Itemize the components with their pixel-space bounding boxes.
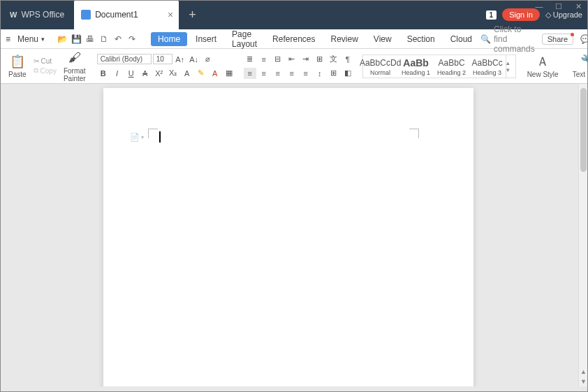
- increase-indent-button[interactable]: ⇥: [300, 54, 312, 65]
- open-icon[interactable]: 📂: [56, 33, 68, 45]
- line-spacing-button[interactable]: ↕: [314, 68, 326, 79]
- save-icon[interactable]: 💾: [70, 33, 82, 45]
- numbering-button[interactable]: ≡: [258, 54, 270, 65]
- underline-button[interactable]: U: [125, 68, 138, 79]
- margin-corner-tr: [409, 129, 419, 138]
- justify-button[interactable]: ≡: [286, 68, 298, 79]
- new-style-button[interactable]: Ａ New Style: [524, 54, 561, 78]
- shrink-font-icon[interactable]: A↓: [188, 54, 200, 65]
- ribbon: 📋 Paste ✂ Cut ⧉ Copy 🖌 Format Painter Ca…: [0, 49, 588, 84]
- decrease-indent-button[interactable]: ⇤: [286, 54, 298, 65]
- copy-button[interactable]: ⧉ Copy: [34, 66, 57, 75]
- font-size-select[interactable]: 10: [153, 54, 172, 64]
- align-left-button[interactable]: ≡: [244, 68, 256, 79]
- text-effects-button[interactable]: A: [181, 68, 193, 79]
- menu-hamburger-icon[interactable]: ≡: [6, 34, 10, 44]
- cut-button[interactable]: ✂ Cut: [34, 57, 57, 65]
- align-center-button[interactable]: ≡: [258, 68, 270, 79]
- style-normal[interactable]: AaBbCcDd Normal: [363, 55, 398, 78]
- document-tab[interactable]: Document1 ×: [74, 0, 179, 29]
- text-tools-button[interactable]: 🔧 Text Tools: [570, 54, 588, 78]
- bold-button[interactable]: B: [97, 68, 110, 79]
- window-maximize[interactable]: ☐: [549, 0, 568, 13]
- format-painter-icon: 🖌: [67, 50, 82, 66]
- share-button[interactable]: Share: [542, 34, 573, 45]
- paste-group[interactable]: 📋 Paste: [6, 54, 29, 78]
- tab-cloud[interactable]: Cloud: [443, 32, 479, 46]
- chat-icon[interactable]: 💬: [580, 34, 588, 44]
- styles-more-button[interactable]: ▴▾: [506, 55, 515, 78]
- print-preview-icon[interactable]: 🗋: [98, 33, 110, 45]
- search-icon: 🔍: [480, 34, 491, 44]
- multilevel-button[interactable]: ⊟: [272, 54, 284, 65]
- para-shading-button[interactable]: ◧: [341, 68, 354, 79]
- text-direction-button[interactable]: 文: [328, 54, 340, 65]
- highlight-button[interactable]: ✎: [195, 68, 207, 79]
- align-right-button[interactable]: ≡: [272, 68, 284, 79]
- grow-font-icon[interactable]: A↑: [174, 54, 186, 65]
- app-tab[interactable]: W WPS Office: [0, 0, 74, 29]
- menu-dropdown[interactable]: Menu ▾: [12, 33, 50, 45]
- distribute-button[interactable]: ≡: [300, 68, 312, 79]
- print-icon[interactable]: 🖶: [84, 33, 96, 45]
- show-marks-button[interactable]: ¶: [341, 54, 354, 65]
- command-search[interactable]: 🔍 Click to find commands: [480, 24, 535, 54]
- tab-insert[interactable]: Insert: [189, 32, 223, 46]
- style-heading1[interactable]: AaBb Heading 1: [399, 55, 434, 78]
- window-close[interactable]: ✕: [568, 0, 588, 13]
- paragraph-group: ≣ ≡ ⊟ ⇤ ⇥ ⊞ 文 ¶ ≡ ≡ ≡ ≡ ≡ ↕ ⊞ ◧: [244, 54, 354, 79]
- font-name-select[interactable]: Calibri (Body): [97, 54, 152, 64]
- new-tab-button[interactable]: +: [179, 0, 206, 29]
- document-icon: [81, 10, 91, 20]
- menubar: ≡ Menu ▾ 📂 💾 🖶 🗋 ↶ ↷ Home Insert Page La…: [0, 29, 588, 49]
- bullets-button[interactable]: ≣: [244, 54, 256, 65]
- tab-home[interactable]: Home: [151, 32, 187, 46]
- wps-logo-icon: W: [10, 10, 17, 19]
- italic-button[interactable]: I: [111, 68, 124, 79]
- superscript-button[interactable]: X²: [153, 68, 166, 79]
- scroll-down-icon[interactable]: ▼: [579, 377, 588, 386]
- shading-button[interactable]: ▦: [223, 68, 235, 79]
- scrollbar-thumb[interactable]: [580, 88, 587, 172]
- font-group: Calibri (Body) 10 A↑ A↓ ⌀ B I U A X² X₂ …: [97, 54, 235, 79]
- style-heading2[interactable]: AaBbC Heading 2: [434, 55, 469, 78]
- scroll-up-icon[interactable]: ▲: [579, 367, 588, 377]
- paste-icon: 📋: [10, 54, 25, 69]
- font-color-button[interactable]: A: [209, 68, 221, 79]
- app-name: WPS Office: [21, 10, 64, 20]
- clear-format-icon[interactable]: ⌀: [202, 54, 214, 65]
- vertical-scrollbar[interactable]: ▲ ▼: [578, 84, 588, 386]
- window-minimize[interactable]: —: [529, 0, 549, 13]
- tab-review[interactable]: Review: [323, 32, 365, 46]
- styles-gallery: AaBbCcDd Normal AaBb Heading 1 AaBbC Hea…: [362, 55, 516, 78]
- document-area[interactable]: 📄: [0, 84, 578, 386]
- format-painter-group[interactable]: 🖌 Format Painter: [61, 50, 89, 82]
- borders-button[interactable]: ⊞: [328, 68, 340, 79]
- document-name: Document1: [95, 10, 138, 20]
- tab-references[interactable]: References: [265, 32, 322, 46]
- tab-view[interactable]: View: [367, 32, 399, 46]
- strikethrough-button[interactable]: A: [139, 68, 152, 79]
- page[interactable]: 📄: [103, 88, 473, 386]
- new-style-icon: Ａ: [535, 54, 550, 69]
- style-heading3[interactable]: AaBbCc Heading 3: [470, 55, 505, 78]
- undo-icon[interactable]: ↶: [112, 33, 124, 45]
- text-tools-icon: 🔧: [580, 54, 588, 69]
- chevron-down-icon: ▾: [41, 36, 45, 43]
- quick-access-toolbar: 📂 💾 🖶 🗋 ↶ ↷: [56, 33, 138, 45]
- notification-badge[interactable]: 1: [486, 10, 497, 20]
- margin-corner-tl: [148, 129, 158, 138]
- tab-page-layout[interactable]: Page Layout: [225, 27, 264, 51]
- tab-section[interactable]: Section: [400, 32, 442, 46]
- tab-type-button[interactable]: ⊞: [314, 54, 326, 65]
- redo-icon[interactable]: ↷: [126, 33, 138, 45]
- close-tab-icon[interactable]: ×: [168, 9, 173, 20]
- paragraph-mark-icon: 📄: [130, 132, 138, 142]
- text-cursor: [159, 131, 161, 143]
- subscript-button[interactable]: X₂: [167, 68, 179, 79]
